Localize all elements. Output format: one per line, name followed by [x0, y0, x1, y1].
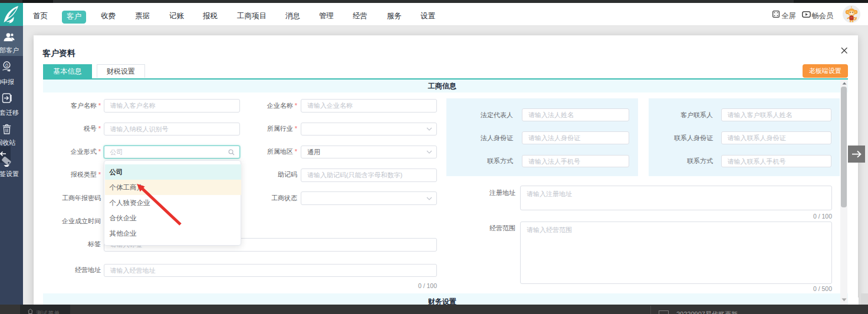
svg-text:0: 0	[5, 62, 8, 68]
